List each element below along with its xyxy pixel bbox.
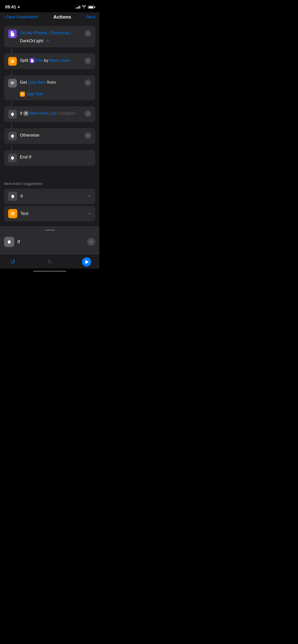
back-button[interactable]: ‹ New Automation [4,14,38,20]
svg-rect-13 [25,114,26,114]
battery-icon [88,6,94,9]
action-card-file-path: On My iPhone › Shortcuts › ... DarkOrLig… [4,26,95,47]
close-if-button[interactable]: ✕ [85,110,91,117]
dark-or-light-label: DarkOrLight [20,38,43,43]
close-otherwise-button[interactable]: ✕ [85,132,91,139]
svg-rect-10 [25,112,27,113]
end-if-icon [8,154,17,162]
status-icons [76,5,94,9]
bottom-handle [45,230,55,231]
last-item-token[interactable]: Last Item [28,80,46,85]
get-item-content: Get Last Item from [20,79,82,85]
nav-bar: ‹ New Automation Actions Next [0,12,99,23]
split-file-token[interactable]: File [30,58,43,63]
page-title: Actions [53,14,71,20]
svg-rect-1 [11,61,14,62]
otherwise-label: Otherwise [20,133,39,138]
suggestion-if-icon [8,192,17,201]
svg-rect-11 [25,113,27,113]
connector-3 [11,101,12,106]
otherwise-content: Otherwise [20,132,82,138]
split-newlines-token[interactable]: New Lines [50,58,70,63]
status-bar: 09:41 ✈ [0,0,99,12]
close-split-button[interactable]: ✕ [85,57,91,64]
condition-placeholder[interactable]: Condition [57,111,75,116]
path-part-3: ... [73,31,76,36]
split-label: Split [20,58,28,63]
split-text-token-row: Split Text [20,92,43,97]
split-icon [8,57,17,66]
item-from-list-token[interactable]: Item from List [23,111,56,116]
play-button[interactable] [82,257,91,267]
battery-fill [89,6,93,8]
split-file-label: File [36,58,43,63]
connector-1 [11,48,12,53]
wifi-icon [82,5,86,9]
split-text-label[interactable]: Split Text [26,92,43,96]
undo-button[interactable]: ↺ [8,257,17,267]
svg-rect-4 [11,82,14,83]
action-card-split: Split File by New Lines ✕ [4,53,95,69]
suggestion-text[interactable]: Text + [4,206,95,221]
close-get-item-button[interactable]: ✕ [85,79,91,86]
signal-icon [76,6,80,9]
bottom-if-label: If [17,239,84,245]
svg-rect-9 [21,95,24,95]
end-if-label: End If [20,155,31,160]
from-label: from [47,80,56,85]
get-item-row: Get Last Item from ✕ [8,79,91,87]
action-card-get-item: Get Last Item from ✕ Split Text [4,75,95,100]
file-path-content: On My iPhone › Shortcuts › ... DarkOrLig… [20,30,82,44]
path-chevron-1: › [48,31,50,36]
connector-4 [11,123,12,128]
close-file-path-button[interactable]: ✕ [85,30,91,37]
suggestion-text-label: Text [20,211,85,216]
action-card-end-if: End If [4,150,95,166]
svg-rect-5 [11,83,14,84]
connector-2 [11,70,12,75]
suggestion-if[interactable]: If + [4,189,95,204]
svg-rect-3 [11,82,14,82]
suggestion-text-add[interactable]: + [88,210,91,217]
action-card-otherwise: Otherwise ✕ [4,128,95,144]
time-display: 09:41 [5,5,16,10]
bottom-close-button[interactable]: ✕ [87,238,95,246]
connector-5 [11,145,12,150]
get-item-icon [8,79,17,87]
path-second-row: DarkOrLight + [20,38,82,44]
svg-rect-7 [21,93,24,94]
svg-rect-8 [21,94,24,94]
svg-rect-0 [11,60,14,60]
actions-list: On My iPhone › Shortcuts › ... DarkOrLig… [0,23,99,175]
redo-button[interactable]: ↻ [45,257,54,267]
svg-rect-16 [11,214,15,215]
item-from-list-label: Item from List [30,111,56,116]
home-indicator [0,269,99,273]
play-icon [85,260,89,264]
path-part-2: Shortcuts [51,31,69,36]
add-path-button[interactable]: + [46,38,49,44]
svg-rect-15 [11,213,15,214]
bottom-if-icon [4,237,14,247]
get-label: Get [20,80,27,85]
undo-icon: ↺ [10,258,15,266]
redo-icon: ↻ [47,258,52,266]
end-if-content: End If [20,154,91,160]
svg-rect-6 [11,84,13,84]
home-bar [33,271,66,272]
suggestion-text-icon [8,209,17,218]
suggestion-if-label: If [20,194,85,199]
split-content: Split File by New Lines [20,57,82,63]
file-path-icon [8,30,17,38]
chevron-left-icon: ‹ [4,14,6,20]
bottom-sheet-row: If ✕ [4,235,95,249]
next-button[interactable]: Next [86,14,95,20]
suggestions-section: Next Action Suggestions If + Text + [0,175,99,226]
path-chevron-2: › [70,31,72,36]
file-inline-icon [30,58,35,63]
bottom-sheet: If ✕ [0,226,99,254]
bottom-toolbar: ↺ ↻ [0,254,99,269]
path-part-1: On My iPhone [20,31,47,36]
suggestion-if-add[interactable]: + [88,193,91,200]
status-time: 09:41 ✈ [5,5,20,10]
